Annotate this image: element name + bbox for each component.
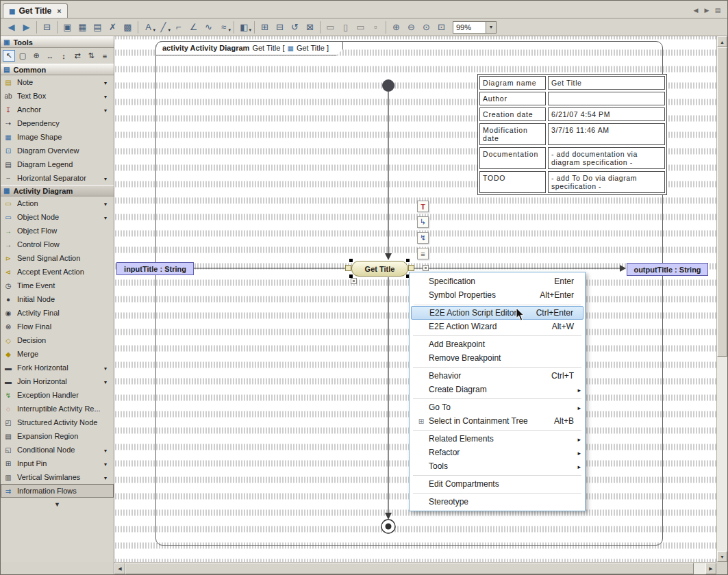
menu-item[interactable]: Select in Containment Tree Alt+B [411,414,583,428]
swap-horizontal-tool[interactable]: ⇄ [71,50,84,62]
same-height-button[interactable]: ▯ [338,21,353,34]
palette-item[interactable]: ⊲ Accept Event Action [1,265,114,279]
menu-item[interactable]: Refactor [411,446,583,459]
palette-item[interactable]: ◌ Interruptible Activity Re... [1,402,114,416]
palette-item[interactable]: ▦ Image Shape [1,130,114,144]
window-list-button[interactable]: ▤ [712,5,723,16]
palette-item[interactable]: ▤ Expansion Region [1,429,114,443]
autosize-button[interactable]: ▫ [368,21,383,34]
refresh-button[interactable]: ↺ [288,21,302,34]
palette-item[interactable]: ▤ Note [1,75,114,89]
menu-item[interactable]: Create Diagram [411,383,583,396]
paste-button[interactable]: ▦ [75,21,90,34]
zoom-select[interactable]: 99% ▾ [453,21,497,34]
palette-item[interactable]: ┄ Horizontal Separator [1,171,114,185]
input-pin[interactable] [345,265,351,271]
copy-button[interactable]: ▣ [60,21,75,34]
selection-handle[interactable] [349,259,353,262]
dropdown-arrow-icon[interactable] [104,446,111,454]
close-shape-button[interactable]: ⊠ [303,21,317,34]
new-object-flow-button[interactable]: ↯ [417,232,429,244]
menu-item[interactable]: Specification Enter [411,274,583,288]
diagram-canvas[interactable]: activity Activity Diagram Get Title [ ▦ … [114,36,716,562]
dropdown-arrow-icon[interactable] [104,92,111,100]
menu-item[interactable]: Edit Compartments [411,477,583,491]
menu-item[interactable]: Behavior Ctrl+T [411,369,583,383]
zoom-1-1-button[interactable]: ⊙ [419,21,434,34]
palette-item[interactable]: → Control Flow [1,238,114,251]
dropdown-arrow-icon[interactable] [104,459,111,468]
bezier-path-button[interactable]: ∿ [201,21,216,34]
vertical-scrollbar[interactable]: ▲ ▼ [716,36,727,562]
palette-item[interactable]: ⊗ Flow Final [1,320,114,333]
select-in-containment-tree-button[interactable]: ⊟ [40,21,54,34]
layout-tool[interactable]: ≡ [99,50,111,62]
dropdown-arrow-icon[interactable] [104,78,111,86]
new-diagram-button[interactable]: ⊞ [258,21,272,34]
rectilinear-path-button[interactable]: ⌐ [171,21,186,34]
scroll-left-icon[interactable]: ◀ [114,563,125,574]
zoom-tool[interactable]: ⊕ [30,50,42,62]
dropdown-arrow-icon[interactable] [104,105,111,114]
spline-path-button[interactable]: ≈ [216,21,231,34]
dropdown-arrow-icon[interactable] [104,363,111,372]
palette-item[interactable]: ◰ Structured Activity Node [1,416,114,429]
new-control-flow-button[interactable]: ↳ [417,216,429,228]
dropdown-arrow-icon[interactable] [104,174,111,182]
palette-item[interactable]: ↧ Anchor [1,103,114,116]
menu-item[interactable]: Remove Breakpoint [411,351,583,365]
selection-handle[interactable] [406,259,410,262]
previous-diagram-button[interactable]: ◀ [690,5,701,16]
menu-item[interactable]: Symbol Properties Alt+Enter [411,288,583,302]
palette-item[interactable]: ⇉ Information Flows [1,484,114,498]
horizontal-scroll-track[interactable] [694,563,705,574]
text-style-button[interactable]: A [141,21,155,34]
same-size-button[interactable]: ▭ [353,21,368,34]
activity-diagram-section-header[interactable]: ▦ Activity Diagram [1,185,114,196]
next-diagram-button[interactable]: ▶ [701,5,712,16]
menu-item[interactable]: E2E Action Script Editor Ctrl+Enter [411,306,583,320]
zoom-out-button[interactable]: ⊖ [404,21,418,34]
horizontal-scroll-thumb[interactable] [125,563,694,574]
output-pin[interactable] [408,265,414,271]
palette-item[interactable]: ▤ Diagram Legend [1,157,114,171]
palette-item[interactable]: ⊳ Send Signal Action [1,251,114,265]
select-tool[interactable]: ↖ [3,50,15,62]
palette-item[interactable]: ◷ Time Event [1,279,114,292]
palette-item[interactable]: ↯ Exception Handler [1,388,114,402]
dropdown-arrow-icon[interactable] [104,199,111,207]
menu-item[interactable]: E2E Action Wizard Alt+W [411,320,583,333]
palette-item[interactable]: ▥ Vertical Swimlanes [1,470,114,484]
delete-button[interactable]: ✗ [105,21,120,34]
marquee-select-tool[interactable]: ▢ [16,50,29,62]
close-tab-icon[interactable]: × [57,7,61,15]
dropdown-arrow-icon[interactable] [104,213,111,221]
palette-item[interactable]: ◉ Activity Final [1,306,114,320]
palette-item[interactable]: ab Text Box [1,89,114,103]
palette-item[interactable]: ▬ Fork Horizontal [1,361,114,374]
input-parameter-node[interactable]: inputTitle : String [116,262,194,275]
dropdown-arrow-icon[interactable] [104,473,111,481]
manipulator-handle[interactable] [423,265,429,271]
palette-item[interactable]: ▭ Object Node [1,210,114,224]
horizontal-scrollbar[interactable]: ◀ ▶ [114,562,716,574]
tools-section-header[interactable]: ▣ Tools [1,36,114,48]
common-section-header[interactable]: ▤ Common [1,64,114,75]
scroll-right-icon[interactable]: ▶ [705,563,716,574]
palette-item[interactable]: ◆ Merge [1,347,114,361]
palette-item[interactable]: ● Initial Node [1,292,114,306]
output-parameter-node[interactable]: outputTitle : String [627,263,708,276]
oblique-path-button[interactable]: ∠ [186,21,201,34]
palette-item[interactable]: ▬ Join Horizontal [1,374,114,388]
pan-horizontal-tool[interactable]: ↔ [44,50,56,62]
expand-handle[interactable] [351,278,357,284]
vertical-scroll-thumb[interactable] [717,47,727,357]
tab-get-title[interactable]: ▦ Get Title × [3,3,68,18]
palette-item[interactable]: ⊡ Diagram Overview [1,144,114,157]
layers-button[interactable]: ▩ [121,21,135,34]
palette-item[interactable]: ▭ Action [1,196,114,210]
additional-actions-button[interactable]: ≡ [417,248,429,259]
palette-item[interactable]: ⊞ Input Pin [1,457,114,470]
scroll-up-icon[interactable]: ▲ [717,36,727,47]
paste-special-button[interactable]: ▤ [90,21,105,34]
